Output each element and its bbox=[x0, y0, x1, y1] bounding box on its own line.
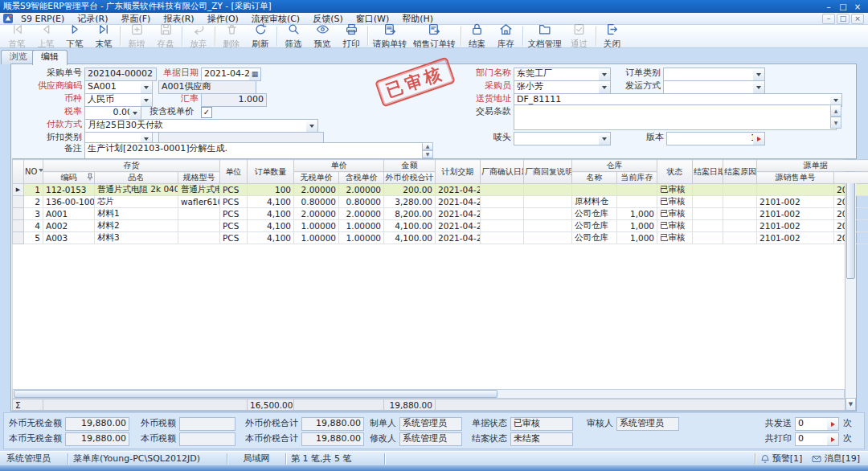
scroll-up-icon[interactable]: ▲ bbox=[422, 142, 433, 150]
scroll-up-icon[interactable]: ▲ bbox=[830, 104, 841, 117]
supplier-dropdown-icon[interactable] bbox=[141, 80, 153, 94]
toolbar-transfer-sales-button[interactable]: 销售订单转 bbox=[410, 25, 459, 47]
tab-browse[interactable]: 浏览 bbox=[1, 50, 36, 64]
grid-header-due-date[interactable]: 计划交期 bbox=[436, 160, 481, 184]
grid-cell[interactable]: 公司仓库 bbox=[572, 220, 617, 232]
grid-cell[interactable]: 公司仓库 bbox=[572, 232, 617, 244]
grid-cell[interactable]: 1,000 bbox=[617, 208, 657, 220]
grid-cell[interactable]: 已审核 bbox=[657, 208, 693, 220]
toolbar-print-button[interactable]: 打印 bbox=[337, 25, 366, 47]
grid-cell[interactable]: 4,100.00 bbox=[384, 220, 436, 232]
grid-cell[interactable] bbox=[723, 184, 757, 196]
version-spinner-icon[interactable] bbox=[753, 132, 765, 145]
grid-header-close-reason[interactable]: 结案原因 bbox=[723, 160, 757, 184]
status-messages[interactable]: 消息[19] bbox=[812, 453, 860, 465]
grid-cell[interactable] bbox=[481, 232, 524, 244]
tax-rate-field[interactable]: 0.00 bbox=[84, 106, 136, 120]
remarks-scrollbar[interactable]: ▲▼ bbox=[422, 142, 433, 158]
grid-cell[interactable] bbox=[693, 184, 723, 196]
grid-cell[interactable]: 1.00000 bbox=[294, 232, 339, 244]
grid-cell[interactable]: 2101-002 bbox=[757, 232, 834, 244]
grid-cell[interactable]: 2.00000 bbox=[339, 208, 384, 220]
grid-cell[interactable]: 已审核 bbox=[657, 196, 693, 208]
dept-dropdown-icon[interactable] bbox=[599, 68, 611, 81]
toolbar-inventory-button[interactable]: 库存 bbox=[492, 25, 521, 47]
toolbar-close-window-button[interactable]: 关闭 bbox=[598, 25, 627, 47]
grid-cell[interactable] bbox=[178, 220, 220, 232]
grid-cell[interactable]: 1.00000 bbox=[294, 220, 339, 232]
mdi-restore-button[interactable]: □ bbox=[837, 14, 850, 24]
scroll-down-icon[interactable]: ▼ bbox=[845, 398, 856, 411]
grid-cell[interactable]: 2101-002 bbox=[757, 196, 834, 208]
grid-cell[interactable]: 1.00000 bbox=[339, 220, 384, 232]
maximize-button[interactable]: □ bbox=[836, 2, 850, 11]
grid-cell[interactable]: A003 bbox=[43, 232, 95, 244]
grid-cell[interactable]: 芯片 bbox=[95, 196, 178, 208]
order-type-field[interactable] bbox=[663, 68, 760, 81]
grid-cell[interactable]: 2.00000 bbox=[294, 184, 339, 196]
grid-cell[interactable]: 4,100 bbox=[248, 196, 294, 208]
grid-cell[interactable]: wafler610 bbox=[178, 196, 220, 208]
payment-method-dropdown-icon[interactable] bbox=[306, 119, 318, 133]
grid-cell[interactable]: 8,200.00 bbox=[384, 208, 436, 220]
grid-cell[interactable] bbox=[723, 196, 757, 208]
grid-header-unit[interactable]: 单位 bbox=[220, 160, 248, 184]
grid-cell[interactable] bbox=[572, 184, 617, 196]
calendar-icon[interactable] bbox=[249, 68, 261, 81]
dept-field[interactable]: 东莞工厂 bbox=[514, 68, 605, 81]
grid-cell[interactable] bbox=[617, 184, 657, 196]
grid-cell[interactable]: PCS bbox=[220, 196, 248, 208]
grid-header-status[interactable]: 状态 bbox=[657, 160, 693, 184]
grid-cell[interactable]: PCS bbox=[220, 232, 248, 244]
pin-icon[interactable] bbox=[87, 173, 93, 182]
grid-cell[interactable] bbox=[693, 208, 723, 220]
grid-cell[interactable] bbox=[481, 196, 524, 208]
grid-cell[interactable]: 2.00000 bbox=[339, 184, 384, 196]
grid-cell[interactable]: 普通片式电阻... bbox=[178, 184, 220, 196]
grid-cell[interactable] bbox=[481, 208, 524, 220]
print-count-spinner-icon[interactable] bbox=[827, 432, 839, 446]
toolbar-last-button[interactable]: 末笔 bbox=[89, 25, 118, 47]
trade-terms-scrollbar[interactable]: ▲▼ bbox=[830, 104, 841, 129]
grid-cell[interactable]: 4,100.00 bbox=[384, 232, 436, 244]
toolbar-documents-button[interactable]: 文档管理 bbox=[525, 25, 565, 47]
toolbar-next-button[interactable]: 下笔 bbox=[60, 25, 89, 47]
grid-header-price-inc[interactable]: 含税单价 bbox=[339, 172, 384, 184]
supplier-code-field[interactable]: SA001 bbox=[84, 80, 147, 94]
grid-cell[interactable]: 2021-04-24 bbox=[436, 196, 481, 208]
grid-cell[interactable] bbox=[723, 220, 757, 232]
grid-row[interactable]: 3A001材料1PCS4,1002.000002.000008,200.0020… bbox=[13, 208, 868, 220]
grid-header-source-sales-no[interactable]: 源销售单号 bbox=[757, 172, 834, 184]
mdi-minimize-button[interactable]: – bbox=[822, 14, 835, 24]
grid-header-wh-stock[interactable]: 当前库存 bbox=[617, 172, 657, 184]
grid-cell[interactable]: 材料2 bbox=[95, 220, 178, 232]
buyer-dropdown-icon[interactable] bbox=[599, 80, 611, 94]
grid-cell[interactable]: 200.00 bbox=[384, 184, 436, 196]
grid-cell[interactable]: 1 bbox=[24, 184, 43, 196]
grid-header-vendor-reply[interactable]: 厂商回复说明 bbox=[524, 160, 572, 184]
scroll-down-icon[interactable]: ▼ bbox=[422, 150, 433, 158]
toolbar-transfer-request-button[interactable]: 请购单转 bbox=[370, 25, 410, 47]
grid-header-amount[interactable]: 外币价税合计 bbox=[384, 172, 436, 184]
grid-cell[interactable] bbox=[524, 220, 572, 232]
close-button[interactable]: × bbox=[850, 2, 865, 11]
grid-cell[interactable]: 2021-04-24 bbox=[436, 208, 481, 220]
grid-row[interactable]: 2136-00-100芯片wafler610PCS4,1000.800000.8… bbox=[13, 196, 868, 208]
grid-cell[interactable] bbox=[178, 232, 220, 244]
grid-cell[interactable] bbox=[693, 196, 723, 208]
toolbar-refresh-button[interactable]: 刷新 bbox=[246, 25, 275, 47]
tab-edit[interactable]: 编辑 bbox=[32, 50, 68, 65]
grid-cell[interactable]: 3 bbox=[24, 208, 43, 220]
grid-cell[interactable] bbox=[693, 220, 723, 232]
grid-cell[interactable] bbox=[723, 232, 757, 244]
status-alerts[interactable]: 预警[1] bbox=[760, 453, 803, 465]
grid-cell[interactable] bbox=[481, 220, 524, 232]
payment-method-field[interactable]: 月结25日30天付款 bbox=[84, 119, 313, 133]
grid-cell[interactable]: 材料3 bbox=[95, 232, 178, 244]
remarks-field[interactable]: 生产计划[202103-0001]分解生成. bbox=[84, 142, 428, 159]
grid-header-vendor-confirm[interactable]: 厂商确认日期 bbox=[481, 160, 524, 184]
grid-cell[interactable]: PCS bbox=[220, 208, 248, 220]
grid-cell[interactable]: 2 bbox=[24, 196, 43, 208]
grid-cell[interactable]: 4,100 bbox=[248, 232, 294, 244]
grid-cell[interactable] bbox=[757, 184, 834, 196]
